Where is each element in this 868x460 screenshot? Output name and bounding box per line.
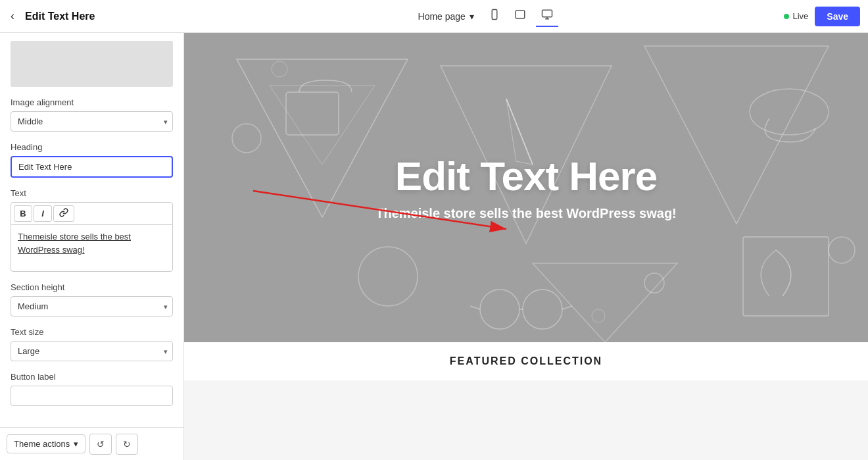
text-group: Text B I Themeisle store sells the best … xyxy=(11,188,173,272)
image-alignment-wrapper: Middle Left Right ▾ xyxy=(11,111,173,132)
section-height-label: Section height xyxy=(11,282,173,292)
heading-group: Heading xyxy=(11,142,173,178)
svg-line-16 xyxy=(470,306,480,309)
svg-rect-11 xyxy=(286,92,339,135)
hero-section: Edit Text Here Themeisle store sells the… xyxy=(184,33,868,342)
button-label-label: Button label xyxy=(11,372,173,382)
text-size-group: Text size Large Small Medium ▾ xyxy=(11,327,173,361)
svg-point-12 xyxy=(358,247,418,306)
device-tablet-button[interactable] xyxy=(510,6,531,27)
button-label-input[interactable] xyxy=(11,386,173,406)
svg-rect-4 xyxy=(542,10,552,17)
canvas-area: Edit Text Here Themeisle store sells the… xyxy=(184,33,868,460)
svg-line-17 xyxy=(562,306,572,309)
heading-input[interactable] xyxy=(11,156,173,178)
left-panel: Image alignment Middle Left Right ▾ Head… xyxy=(0,33,184,460)
svg-marker-27 xyxy=(533,263,677,342)
bottom-bar: Theme actions ▾ ↺ ↻ xyxy=(0,427,183,460)
hero-subtext: Themeisle store sells the best WordPress… xyxy=(375,206,677,221)
image-alignment-group: Image alignment Middle Left Right ▾ xyxy=(11,97,173,132)
svg-point-14 xyxy=(523,290,562,329)
live-dot xyxy=(784,14,789,19)
undo-button[interactable]: ↺ xyxy=(89,434,112,455)
image-placeholder xyxy=(11,41,173,87)
page-dropdown-label: Home page xyxy=(418,11,466,22)
theme-actions-arrow: ▾ xyxy=(74,439,78,449)
left-panel-content: Image alignment Middle Left Right ▾ Head… xyxy=(0,33,183,427)
svg-point-22 xyxy=(750,89,829,135)
svg-rect-0 xyxy=(492,9,497,19)
text-size-select[interactable]: Large Small Medium xyxy=(11,341,173,361)
device-desktop-button[interactable] xyxy=(536,6,558,27)
text-content-area[interactable]: Themeisle store sells the best WordPress… xyxy=(11,225,172,271)
live-indicator: Live xyxy=(784,11,808,21)
top-bar: ‹ Edit Text Here Home page ▾ Live Save xyxy=(0,0,868,33)
text-label: Text xyxy=(11,188,173,198)
text-editor: B I Themeisle store sells the best WordP… xyxy=(11,202,173,272)
theme-actions-button[interactable]: Theme actions ▾ xyxy=(7,434,85,453)
heading-label: Heading xyxy=(11,142,173,152)
svg-point-9 xyxy=(232,124,261,153)
top-bar-right: Live Save xyxy=(784,7,860,26)
button-label-group: Button label xyxy=(11,372,173,406)
text-size-label: Text size xyxy=(11,327,173,337)
hero-text-container: Edit Text Here Themeisle store sells the… xyxy=(375,154,677,220)
svg-marker-8 xyxy=(270,86,375,165)
panel-title: Edit Text Here xyxy=(25,11,95,22)
featured-title: FEATURED COLLECTION xyxy=(450,355,602,367)
theme-actions-label: Theme actions xyxy=(14,439,70,449)
svg-rect-2 xyxy=(516,11,525,18)
text-content: Themeisle store sells the best WordPress… xyxy=(18,232,131,255)
page-dropdown[interactable]: Home page ▾ xyxy=(418,11,474,22)
bold-button[interactable]: B xyxy=(14,205,32,222)
text-toolbar: B I xyxy=(11,203,172,225)
section-height-select[interactable]: Medium Small Large xyxy=(11,296,173,317)
link-button[interactable] xyxy=(53,205,74,222)
save-button[interactable]: Save xyxy=(815,7,860,26)
back-button[interactable]: ‹ xyxy=(8,7,17,26)
top-bar-center: Home page ▾ xyxy=(192,6,784,27)
svg-point-26 xyxy=(592,309,605,322)
featured-section: FEATURED COLLECTION xyxy=(184,342,868,380)
live-label: Live xyxy=(792,11,808,21)
section-height-group: Section height Medium Small Large ▾ xyxy=(11,282,173,317)
redo-button[interactable]: ↻ xyxy=(116,434,138,455)
svg-rect-23 xyxy=(743,237,829,316)
svg-point-25 xyxy=(829,237,855,263)
italic-button[interactable]: I xyxy=(34,205,52,222)
image-alignment-select[interactable]: Middle Left Right xyxy=(11,111,173,132)
top-bar-left: ‹ Edit Text Here xyxy=(8,7,192,26)
page-dropdown-arrow: ▾ xyxy=(470,11,474,22)
text-size-wrapper: Large Small Medium ▾ xyxy=(11,341,173,361)
image-alignment-label: Image alignment xyxy=(11,97,173,107)
section-height-wrapper: Medium Small Large ▾ xyxy=(11,296,173,317)
hero-heading: Edit Text Here xyxy=(375,154,677,199)
svg-point-13 xyxy=(480,290,519,329)
svg-point-24 xyxy=(644,273,664,293)
device-mobile-button[interactable] xyxy=(485,6,504,27)
device-icons xyxy=(485,6,558,27)
main-layout: Image alignment Middle Left Right ▾ Head… xyxy=(0,33,868,460)
svg-point-10 xyxy=(272,61,287,77)
